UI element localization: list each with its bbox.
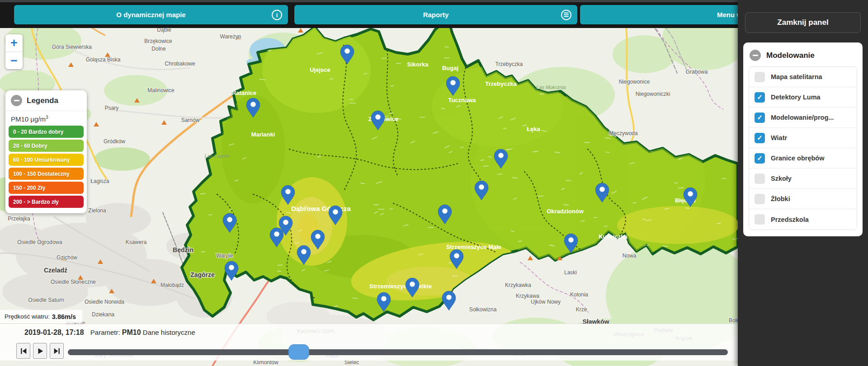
play-button[interactable]	[33, 343, 47, 359]
marker-dot-icon	[301, 249, 307, 254]
map-label: Malinowice	[147, 87, 175, 94]
map-label: Osiedle Norwida	[85, 299, 124, 305]
timeline-datetime: 2019-01-28, 17:18	[24, 328, 84, 336]
layer-label: Przedszkola	[771, 216, 809, 223]
reports-button[interactable]: Raporty	[294, 5, 577, 24]
marker-dot-icon	[250, 102, 256, 107]
layer-label: Mapa satelitarna	[771, 73, 822, 80]
timeline-status: 2019-01-28, 17:18 Parametr: PM10 Dane hi…	[24, 328, 195, 337]
marker-dot-icon	[446, 295, 452, 300]
timeline-slider-thumb[interactable]	[288, 344, 309, 360]
map-label: Grabowa	[686, 69, 708, 75]
marker-dot-icon	[688, 191, 693, 197]
marker-dot-icon	[498, 153, 504, 158]
layer-toggle-6[interactable]: Żłobki	[749, 189, 857, 209]
legend-parameter: PM10 µg/m3	[11, 115, 87, 123]
legend-header[interactable]: Legenda	[5, 90, 87, 111]
zoom-in-button[interactable]: +	[5, 34, 23, 52]
zoom-out-button[interactable]: −	[5, 52, 23, 69]
checkbox-checked-icon[interactable]: ✓	[755, 133, 765, 143]
map-label: Gzichów	[57, 254, 77, 261]
marker-dot-icon	[274, 231, 279, 237]
map-label: Bugaj	[442, 65, 458, 71]
checkbox-checked-icon[interactable]: ✓	[755, 92, 765, 103]
checkbox-unchecked-icon[interactable]	[755, 194, 765, 204]
map-label: Wareżyn	[220, 33, 241, 40]
marker-dot-icon	[454, 253, 459, 258]
map-label: Męczywoda	[609, 130, 638, 136]
layer-toggle-3[interactable]: ✓Wiatr	[749, 128, 857, 148]
map-label: Małobądz	[160, 282, 184, 288]
legend-scale-row: 20 - 60 Dobry	[9, 140, 84, 152]
checkbox-unchecked-icon[interactable]	[755, 214, 765, 225]
layer-toggle-1[interactable]: ✓Detektory Luma	[749, 87, 857, 108]
marker-dot-icon	[285, 189, 291, 194]
layer-toggle-5[interactable]: Szkoły	[749, 169, 857, 189]
map-label: Niegowoniczki	[636, 91, 670, 97]
checkbox-checked-icon[interactable]: ✓	[755, 113, 765, 123]
map-label: Zielona	[88, 207, 106, 214]
wind-speed-label: Prędkość wiatru:	[5, 313, 50, 320]
legend-scale: 0 - 20 Bardzo dobry20 - 60 Dobry60 - 100…	[5, 126, 87, 208]
about-map-button[interactable]: O dynamicznej mapie i	[14, 5, 288, 24]
skip-start-button[interactable]	[16, 343, 30, 359]
marker-dot-icon	[381, 296, 387, 301]
checkbox-checked-icon[interactable]: ✓	[755, 153, 765, 164]
map-label: Góra Siewierska	[52, 44, 92, 50]
map-label: Łagisza	[90, 178, 109, 184]
map-label: Bole	[729, 317, 738, 324]
map-label: Sołkowizna	[469, 306, 497, 313]
map-label: Kolonia	[570, 291, 588, 298]
modeling-header[interactable]: Modelowanie	[749, 49, 857, 66]
about-map-label: O dynamicznej mapie	[116, 11, 185, 19]
close-panel-button[interactable]: Zamknij panel	[745, 12, 861, 33]
marker-dot-icon	[479, 184, 484, 190]
layers-panel: Zamknij panel Modelowanie Mapa satelitar…	[738, 0, 868, 366]
legend-scale-row: 0 - 20 Bardzo dobry	[9, 126, 84, 138]
modeling-card: Modelowanie Mapa satelitarna✓Detektory L…	[743, 42, 863, 236]
timeline-bar: 2019-01-28, 17:18 Parametr: PM10 Dane hi…	[0, 324, 738, 361]
legend-scale-row: 60 - 100 Umiarkowany	[9, 154, 84, 166]
map-label: Ksawera	[126, 239, 147, 245]
legend-scale-row: 150 - 200 Zły	[9, 182, 84, 194]
layer-toggle-2[interactable]: ✓Modelowanie/prog...	[749, 108, 857, 128]
checkbox-unchecked-icon[interactable]	[755, 174, 765, 184]
skip-end-button[interactable]	[50, 343, 64, 359]
legend-scale-row: 100 - 150 Dostateczny	[9, 168, 84, 180]
map-label: Osiedle Saturn	[28, 297, 64, 303]
map-label: Ratanice	[232, 89, 256, 96]
layer-toggle-4[interactable]: ✓Granice obrębów	[749, 148, 857, 169]
marker-dot-icon	[442, 208, 448, 214]
collapse-icon[interactable]	[750, 50, 761, 61]
map-canvas[interactable]: UjejsceSikorkaBugajTrzebyczkaTucznawaRat…	[0, 0, 738, 366]
legend-scale-row: 200 - > Bardzo zły	[9, 196, 84, 208]
map-label: Las Łogiski	[204, 153, 230, 159]
modeling-title: Modelowanie	[766, 51, 815, 60]
marker-dot-icon	[229, 265, 234, 270]
timeline-param-label: Parametr:	[90, 328, 120, 336]
marker-dot-icon	[227, 217, 232, 222]
skip-end-icon	[53, 347, 61, 355]
play-icon	[36, 347, 44, 355]
map-label: Dziekana	[92, 311, 114, 318]
checkbox-unchecked-icon[interactable]	[755, 72, 765, 82]
map-label: Tucznawa	[448, 97, 476, 103]
timeline-param-value: PM10	[122, 328, 141, 336]
collapse-icon[interactable]	[11, 95, 22, 106]
map-label: Krzykawka	[505, 282, 531, 288]
map-label: Warpie	[216, 253, 233, 259]
map-label: Strzemieszyce Małe	[446, 244, 501, 250]
map-label: Osiedle Ogrodowa	[17, 239, 62, 245]
layer-label: Detektory Luma	[771, 94, 821, 101]
map-label: Zagórze	[190, 271, 215, 278]
map-label: Trzebyczka	[485, 80, 517, 87]
marker-dot-icon	[599, 187, 605, 192]
layer-toggle-7[interactable]: Przedszkola	[749, 209, 857, 230]
map-label: Łęka	[527, 126, 540, 132]
map-label: Osiedle Słoneczne	[51, 279, 96, 285]
map-label: Strzemieszyce Wielkie	[369, 283, 432, 290]
map-label: Okradzionów	[547, 208, 584, 215]
timeline-track[interactable]	[68, 349, 728, 355]
layer-toggle-0[interactable]: Mapa satelitarna	[749, 67, 857, 87]
map-label: Ujków Nowy	[531, 299, 561, 305]
